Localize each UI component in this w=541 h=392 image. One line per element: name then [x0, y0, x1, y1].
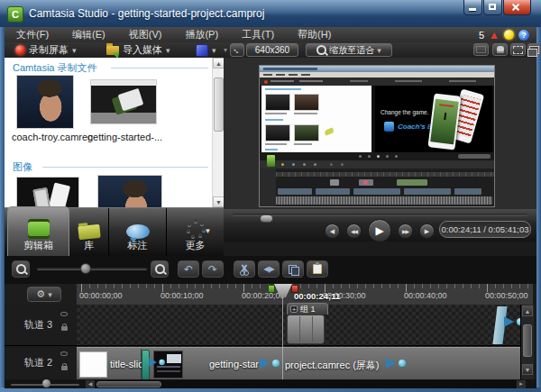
- menu-help[interactable]: 帮助(H): [286, 27, 343, 42]
- clip-thumbnail-getting-started[interactable]: [90, 79, 157, 124]
- menu-view[interactable]: 视图(V): [117, 27, 174, 42]
- redo-button[interactable]: ↷: [202, 260, 224, 278]
- paste-icon: [313, 264, 322, 274]
- close-button[interactable]: [503, 0, 531, 15]
- resize-diagonal-icon: ↔: [231, 43, 244, 57]
- scrollbar-thumb[interactable]: [214, 77, 224, 132]
- group-expand-icon[interactable]: +: [290, 305, 298, 313]
- scroll-down-icon[interactable]: ▼: [213, 196, 224, 207]
- playhead-line[interactable]: [282, 297, 283, 379]
- play-button[interactable]: ▶: [368, 219, 391, 242]
- track2-clips[interactable]: title-slide getting-star project.camrec …: [77, 347, 520, 380]
- tab-clip-bin[interactable]: 剪辑箱: [7, 206, 69, 257]
- chevron-down-icon: ▾: [377, 46, 381, 55]
- track2-visibility-icon[interactable]: [60, 351, 68, 356]
- clip-thumbnail-coach-troy[interactable]: [16, 75, 74, 129]
- tab-more[interactable]: ▼ 更多: [167, 208, 224, 257]
- help-icon[interactable]: ?: [518, 30, 529, 41]
- timeline-vscrollbar[interactable]: ▲ ▼: [520, 305, 534, 379]
- track3-visibility-icon[interactable]: [60, 312, 68, 316]
- minimize-button[interactable]: [463, 0, 482, 15]
- cascade-icon: [529, 46, 539, 54]
- track2-lock-icon[interactable]: [61, 366, 68, 370]
- scroll-down-icon[interactable]: ▼: [522, 364, 533, 375]
- menu-file[interactable]: 文件(F): [5, 27, 60, 42]
- scroll-left-icon[interactable]: ◀: [86, 380, 95, 388]
- zoom-pan-keyframe-icon[interactable]: [386, 357, 406, 369]
- next-button[interactable]: ▶: [419, 223, 435, 239]
- track2-name[interactable]: 轨道 2: [24, 356, 52, 369]
- produce-share-button[interactable]: ▾: [196, 42, 216, 58]
- tips-bulb-icon[interactable]: [504, 30, 514, 40]
- detach-preview-button[interactable]: [473, 43, 489, 56]
- vscrollbar-thumb[interactable]: [523, 324, 532, 357]
- clip-label[interactable]: getting-started-...: [87, 132, 162, 142]
- zoom-pan-keyframe-icon[interactable]: [260, 357, 280, 369]
- seek-thumb[interactable]: [260, 214, 273, 223]
- track2-lane[interactable]: title-slide getting-star project.camrec …: [77, 346, 533, 380]
- previous-button[interactable]: ◀: [325, 223, 340, 239]
- clipbin-scrollbar[interactable]: ▲ ▼: [212, 58, 224, 207]
- group-clip[interactable]: [287, 315, 325, 344]
- zoom-slider-thumb[interactable]: [80, 263, 91, 274]
- selection-in-handle[interactable]: [268, 285, 275, 293]
- copy-button[interactable]: [282, 260, 304, 278]
- undo-button[interactable]: ↶: [178, 260, 199, 278]
- clip-label[interactable]: coach-troy.camrec: [12, 132, 93, 142]
- track-options-button[interactable]: ⚙ ▾: [27, 287, 61, 302]
- tab-callouts[interactable]: 标注: [109, 208, 167, 257]
- zoom-out-button[interactable]: [12, 260, 30, 278]
- zoom-in-button[interactable]: [151, 260, 169, 278]
- timeline-hscrollbar[interactable]: [95, 380, 516, 388]
- mini-clip-bin: [261, 86, 371, 152]
- toolbar-overflow-button[interactable]: ▾: [224, 42, 227, 58]
- tab-label: 更多: [186, 239, 206, 252]
- cascade-windows-button[interactable]: [527, 43, 540, 56]
- fast-forward-button[interactable]: ▶▶: [398, 223, 413, 239]
- paste-button[interactable]: [307, 260, 328, 278]
- track-header-column: 轨道 3 轨道 2: [5, 305, 78, 379]
- seek-bar[interactable]: [233, 214, 527, 216]
- track3-name[interactable]: 轨道 3: [24, 318, 52, 332]
- rewind-button[interactable]: ◀◀: [346, 223, 362, 239]
- zoom-fit-label: 缩放至适合: [329, 44, 374, 57]
- split-icon: ◀|▶: [263, 265, 273, 273]
- maximize-button[interactable]: [483, 0, 502, 15]
- cut-button[interactable]: [234, 260, 255, 278]
- menu-play[interactable]: 播放(P): [173, 27, 230, 42]
- scroll-right-icon[interactable]: ►: [517, 380, 526, 388]
- editing-dimensions-button[interactable]: 640x360: [246, 43, 298, 57]
- split-button[interactable]: ◀|▶: [258, 260, 280, 278]
- preview-video-frame[interactable]: Change the game. Coach's Eye: [259, 65, 495, 207]
- menu-tools[interactable]: 工具(T): [230, 27, 286, 42]
- zoom-pan-keyframe-icon[interactable]: [149, 357, 165, 367]
- record-screen-button[interactable]: 录制屏幕 ▾: [15, 42, 77, 58]
- title-bar[interactable]: C Camtasia Studio - getting-started-proj…: [0, 0, 541, 28]
- zoom-fit-dropdown[interactable]: 缩放至适合 ▾: [306, 43, 392, 57]
- scissors-icon: [239, 264, 250, 275]
- hscrollbar-thumb[interactable]: [96, 381, 161, 387]
- group-tab[interactable]: + 组 1: [287, 303, 328, 315]
- image-thumbnail-ad[interactable]: [16, 177, 79, 207]
- ruler-label: 00:00:00;00: [79, 291, 123, 300]
- tab-library[interactable]: 库: [69, 208, 109, 257]
- menu-edit[interactable]: 编辑(E): [60, 27, 117, 42]
- track3-lane[interactable]: + 组 1: [77, 305, 533, 346]
- camrec-clip-label-left[interactable]: getting-star: [209, 359, 259, 369]
- track-height-thumb[interactable]: [42, 379, 50, 387]
- image-thumbnail-face[interactable]: [97, 175, 162, 207]
- chevron-down-icon: ▾: [166, 46, 170, 55]
- upgrade-arrow-icon[interactable]: ▲: [489, 31, 500, 40]
- timeline-zoom-slider[interactable]: [37, 268, 147, 270]
- pan-tool-button[interactable]: [492, 43, 508, 56]
- track3-lock-icon[interactable]: [61, 326, 68, 331]
- scroll-up-icon[interactable]: ▲: [213, 58, 224, 68]
- fullscreen-button[interactable]: [510, 43, 526, 56]
- import-media-button[interactable]: 导入媒体 ▾: [106, 42, 170, 58]
- editing-dimensions-icon-button[interactable]: ↔: [230, 43, 244, 57]
- camrec-clip-label-right[interactable]: project.camrec (屏幕): [285, 359, 380, 372]
- scroll-up-icon[interactable]: ▲: [522, 305, 533, 316]
- menu-tray: 5 ▲ ?: [479, 27, 529, 42]
- upgrade-count[interactable]: 5: [479, 30, 484, 41]
- thumbnail-detail: [118, 88, 144, 112]
